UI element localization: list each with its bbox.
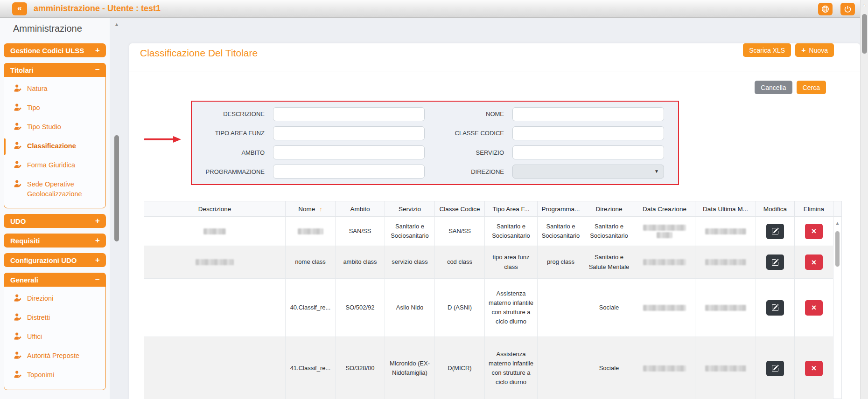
sidebar-item-tipo-studio[interactable]: Tipo Studio	[4, 118, 105, 137]
table-cell: Sanitario e Sociosanitario	[385, 217, 435, 246]
column-header-data-ultima-m[interactable]: Data Ultima M...	[695, 201, 756, 217]
sidebar-group-header[interactable]: UDO +	[4, 214, 106, 228]
sidebar-item-label: Toponimi	[27, 370, 54, 380]
column-header-elimina[interactable]: Elimina	[795, 201, 833, 217]
column-header-tipo-area-f[interactable]: Tipo Area F...	[485, 201, 538, 217]
column-header-descrizione[interactable]: Descrizione	[144, 201, 286, 217]
sidebar-group-items: Direzioni Distretti Uffici Autorità Prep…	[4, 287, 105, 390]
header-divider	[129, 71, 860, 71]
chevron-down-icon: ▼	[654, 169, 659, 174]
table-cell: Assistenza materno infantile con struttu…	[485, 279, 538, 337]
user-edit-icon	[14, 371, 22, 381]
table-cell	[634, 217, 695, 246]
input-servizio[interactable]	[512, 145, 664, 159]
column-header-nome[interactable]: Nome↑	[286, 201, 336, 217]
expand-toggle-icon[interactable]: −	[95, 65, 100, 75]
sidebar-collapse-button[interactable]: «	[12, 2, 27, 15]
sidebar-item-natura[interactable]: Natura	[4, 80, 105, 99]
sidebar-group-header[interactable]: Gestione Codici ULSS +	[4, 43, 106, 57]
form-field-label: TIPO AREA FUNZ	[193, 130, 273, 137]
expand-toggle-icon[interactable]: +	[95, 255, 100, 265]
sidebar-item-autorit-preposte[interactable]: Autorità Preposte	[4, 347, 105, 366]
input-programmazione[interactable]	[273, 165, 425, 179]
expand-toggle-icon[interactable]: +	[95, 236, 100, 245]
input-classe-codice[interactable]	[512, 126, 664, 140]
cancel-button[interactable]: Cancella	[755, 81, 792, 94]
form-field-row: DIREZIONE ▼	[432, 165, 672, 179]
sidebar-item-label: Tipo Studio	[27, 122, 61, 132]
redacted-value	[705, 305, 746, 311]
sidebar-item-distretti[interactable]: Distretti	[4, 309, 105, 328]
input-tipo-area-funz[interactable]	[273, 126, 425, 140]
edit-row-button[interactable]	[766, 361, 784, 376]
sidebar-group-header[interactable]: Configurazioni UDO +	[4, 253, 106, 267]
page-scrollbar[interactable]: ▲	[860, 0, 868, 399]
table-cell	[144, 279, 286, 337]
expand-toggle-icon[interactable]: +	[95, 46, 100, 55]
table-scrollbar[interactable]: ▲	[833, 201, 842, 399]
column-header-programma[interactable]: Programma...	[538, 201, 584, 217]
table-cell	[634, 337, 695, 399]
sidebar-group-header[interactable]: Requisiti +	[4, 234, 106, 248]
plus-icon: +	[801, 46, 805, 55]
user-edit-icon	[14, 180, 22, 190]
page-scrollbar-thumb[interactable]	[862, 14, 867, 54]
delete-row-button[interactable]: ×	[805, 224, 823, 239]
sidebar-item-toponimi[interactable]: Toponimi	[4, 366, 105, 385]
edit-row-button[interactable]	[766, 300, 784, 316]
download-xls-button[interactable]: Scarica XLS	[743, 43, 791, 57]
table-cell: ambito class	[336, 246, 385, 279]
table-cell: D (ASNI)	[435, 279, 485, 337]
expand-toggle-icon[interactable]: −	[95, 275, 100, 284]
column-header-classe-codice[interactable]: Classe Codice	[435, 201, 485, 217]
column-header-data-creazione[interactable]: Data Creazione	[634, 201, 695, 217]
sort-ascending-icon: ↑	[319, 206, 322, 213]
sidebar-group-label: Requisiti	[10, 237, 40, 245]
language-globe-button[interactable]	[818, 3, 833, 15]
content-card: Classificazione Del Titolare Scarica XLS…	[129, 43, 860, 399]
table-cell	[695, 246, 756, 279]
page-scroll-up-icon[interactable]: ▲	[861, 0, 868, 7]
input-descrizione[interactable]	[273, 107, 425, 121]
sidebar-item-label: Uffici	[27, 332, 42, 342]
table-scroll-up-icon[interactable]: ▲	[833, 217, 841, 226]
logout-power-button[interactable]	[840, 3, 855, 15]
column-header-servizio[interactable]: Servizio	[385, 201, 435, 217]
input-nome[interactable]	[512, 107, 664, 121]
sidebar-item-direzioni[interactable]: Direzioni	[4, 289, 105, 309]
table-row: 40.Classif_re...SO/502/92Asilo NidoD (AS…	[144, 279, 833, 337]
table-cell: Sociale	[584, 337, 634, 399]
sidebar-group-label: Generali	[10, 276, 38, 284]
column-header-direzione[interactable]: Direzione	[584, 201, 634, 217]
table-cell	[286, 217, 336, 246]
sidebar-scrollbar-thumb[interactable]	[114, 135, 119, 241]
select-direzione[interactable]: ▼	[512, 165, 664, 179]
delete-row-button[interactable]: ×	[805, 361, 823, 376]
sidebar-group-header[interactable]: Titolari −	[4, 63, 106, 77]
sidebar-group-header[interactable]: Generali −	[4, 273, 106, 287]
sidebar-item-classificazione[interactable]: Classificazione	[4, 137, 105, 156]
new-button[interactable]: + Nuova	[795, 43, 834, 57]
delete-row-button[interactable]: ×	[805, 255, 823, 270]
sidebar-scrollbar[interactable]: ▲	[113, 21, 120, 394]
delete-row-button[interactable]: ×	[805, 300, 823, 316]
column-header-ambito[interactable]: Ambito	[336, 201, 385, 217]
sidebar-item-tipo[interactable]: Tipo	[4, 99, 105, 118]
user-edit-icon	[14, 103, 22, 114]
redacted-value	[657, 232, 672, 238]
input-ambito[interactable]	[273, 145, 425, 159]
sidebar-group-requisiti: Requisiti +	[4, 234, 106, 248]
sidebar-scroll-up-icon[interactable]: ▲	[113, 21, 120, 27]
form-field-label: PROGRAMMAZIONE	[193, 168, 273, 175]
edit-row-button[interactable]	[766, 224, 784, 239]
sidebar-item-forma-giuridica[interactable]: Forma Giuridica	[4, 156, 105, 175]
sidebar-item-uffici[interactable]: Uffici	[4, 328, 105, 347]
table-cell: D(MICR)	[435, 337, 485, 399]
edit-row-button[interactable]	[766, 255, 784, 270]
sidebar-item-sede-operative-geolocalizzazione[interactable]: Sede Operative Geolocalizzazione	[4, 175, 105, 203]
column-header-modifica[interactable]: Modifica	[756, 201, 795, 217]
search-button[interactable]: Cerca	[797, 81, 826, 94]
table-cell: Sociale	[584, 279, 634, 337]
expand-toggle-icon[interactable]: +	[95, 216, 100, 226]
table-scrollbar-thumb[interactable]	[835, 231, 840, 267]
